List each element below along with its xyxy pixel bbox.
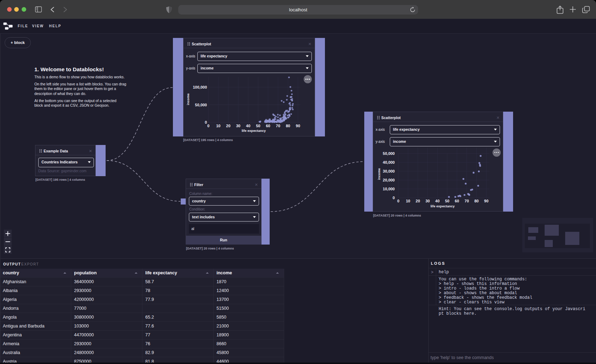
svg-text:60: 60 [455,199,459,203]
svg-text:90: 90 [484,199,488,203]
svg-text:20: 20 [226,124,230,128]
svg-text:30,000: 30,000 [383,169,395,173]
svg-text:90: 90 [296,124,300,128]
svg-text:80: 80 [286,124,290,128]
svg-text:30: 30 [236,124,240,128]
svg-text:income: income [186,93,190,105]
svg-text:0: 0 [205,120,207,124]
svg-text:50,000: 50,000 [195,103,207,107]
svg-text:10: 10 [216,124,220,128]
svg-text:40: 40 [435,199,439,203]
svg-text:60: 60 [266,124,270,128]
svg-text:70: 70 [465,199,469,203]
svg-text:10,000: 10,000 [383,187,395,191]
svg-text:80: 80 [474,199,479,203]
svg-text:50: 50 [256,124,260,128]
svg-text:20: 20 [416,199,420,203]
svg-text:life expectancy: life expectancy [431,204,455,208]
svg-text:0: 0 [207,124,209,128]
svg-text:life expectancy: life expectancy [242,129,266,133]
svg-text:50: 50 [445,199,449,203]
svg-text:100,000: 100,000 [193,85,207,89]
svg-text:10: 10 [406,199,410,203]
svg-text:50,000: 50,000 [383,151,395,156]
svg-text:40,000: 40,000 [383,160,395,164]
svg-text:70: 70 [276,124,280,128]
svg-text:0: 0 [393,196,395,200]
svg-text:income: income [377,168,381,180]
svg-text:40: 40 [246,124,250,128]
svg-text:20,000: 20,000 [383,178,395,182]
svg-text:0: 0 [397,199,399,203]
svg-text:30: 30 [426,199,430,203]
